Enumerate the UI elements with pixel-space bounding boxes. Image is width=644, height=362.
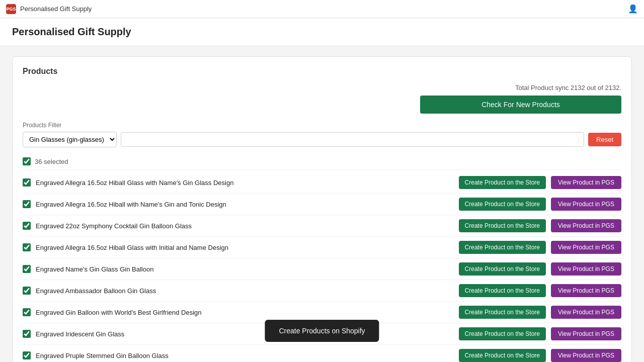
filter-row: Gin Glasses (gin-glasses) Reset: [23, 132, 621, 147]
product-name: Engraved Allegra 16.5oz Hiball with Name…: [36, 201, 454, 208]
product-name: Engraved Pruple Stemmed Gin Balloon Glas…: [36, 352, 454, 359]
product-checkbox[interactable]: [23, 200, 31, 208]
product-name: Engraved Allegra 16.5oz Hiball Glass wit…: [36, 179, 454, 187]
sync-row: Total Product sync 2132 out of 2132. Che…: [23, 84, 621, 114]
product-checkbox[interactable]: [23, 308, 31, 316]
view-product-button[interactable]: View Product in PGS: [551, 284, 621, 297]
main-content: Products Total Product sync 2132 out of …: [0, 46, 644, 362]
product-checkbox[interactable]: [23, 330, 31, 338]
product-row: Engraved Allegra 16.5oz Hiball with Name…: [23, 194, 621, 215]
title-bar: PGS Personalised Gift Supply 👤: [0, 0, 644, 18]
app-logo: PGS: [6, 4, 16, 14]
product-checkbox[interactable]: [23, 287, 31, 295]
product-row: Engraved Iridescent Gin GlassCreate Prod…: [23, 323, 621, 345]
product-checkbox[interactable]: [23, 243, 31, 251]
create-product-button[interactable]: Create Product on the Store: [459, 241, 546, 254]
view-product-button[interactable]: View Product in PGS: [551, 176, 621, 189]
app-name: Personalised Gift Supply: [20, 5, 92, 13]
view-product-button[interactable]: View Product in PGS: [551, 327, 621, 340]
product-row: Engraved Allegra 16.5oz Hiball Glass wit…: [23, 237, 621, 258]
create-product-button[interactable]: Create Product on the Store: [459, 176, 546, 189]
filter-input[interactable]: [121, 132, 584, 147]
product-name: Engraved Name's Gin Glass Gin Balloon: [36, 265, 454, 273]
product-row: Engraved Allegra 16.5oz Hiball Glass wit…: [23, 172, 621, 194]
create-product-button[interactable]: Create Product on the Store: [459, 198, 546, 211]
product-name: Engraved Allegra 16.5oz Hiball Glass wit…: [36, 244, 454, 251]
page-header: Personalised Gift Supply: [0, 18, 644, 46]
user-icon[interactable]: 👤: [628, 4, 638, 14]
view-product-button[interactable]: View Product in PGS: [551, 306, 621, 319]
product-checkbox[interactable]: [23, 265, 31, 273]
filter-section: Products Filter Gin Glasses (gin-glasses…: [23, 122, 621, 147]
check-new-products-button[interactable]: Check For New Products: [420, 96, 621, 114]
filter-label: Products Filter: [23, 122, 621, 129]
products-section-title: Products: [23, 67, 621, 76]
product-name: Engraved Gin Balloon with World's Best G…: [36, 309, 454, 316]
product-row: Engraved Pruple Stemmed Gin Balloon Glas…: [23, 345, 621, 362]
product-name: Engraved Ambassador Balloon Gin Glass: [36, 287, 454, 295]
view-product-button[interactable]: View Product in PGS: [551, 241, 621, 254]
create-product-button[interactable]: Create Product on the Store: [459, 219, 546, 232]
filter-select[interactable]: Gin Glasses (gin-glasses): [23, 132, 117, 147]
product-checkbox[interactable]: [23, 222, 31, 230]
product-row: Engraved Name's Gin Glass Gin BalloonCre…: [23, 258, 621, 280]
product-name: Engraved Iridescent Gin Glass: [36, 330, 454, 338]
create-product-button[interactable]: Create Product on the Store: [459, 262, 546, 276]
view-product-button[interactable]: View Product in PGS: [551, 262, 621, 276]
create-product-button[interactable]: Create Product on the Store: [459, 327, 546, 340]
product-row: Engraved 22oz Symphony Cocktail Gin Ball…: [23, 215, 621, 237]
products-card: Products Total Product sync 2132 out of …: [12, 56, 632, 362]
product-checkbox[interactable]: [23, 351, 31, 359]
select-all-row: 36 selected: [23, 153, 621, 170]
selected-count: 36 selected: [35, 158, 68, 165]
product-checkbox[interactable]: [23, 178, 31, 187]
select-all-checkbox[interactable]: [23, 157, 31, 165]
product-row: Engraved Ambassador Balloon Gin GlassCre…: [23, 280, 621, 302]
view-product-button[interactable]: View Product in PGS: [551, 349, 621, 362]
reset-button[interactable]: Reset: [588, 133, 621, 146]
page-title: Personalised Gift Supply: [12, 26, 632, 38]
create-product-button[interactable]: Create Product on the Store: [459, 284, 546, 297]
product-name: Engraved 22oz Symphony Cocktail Gin Ball…: [36, 222, 454, 230]
sync-text: Total Product sync 2132 out of 2132.: [515, 84, 621, 92]
view-product-button[interactable]: View Product in PGS: [551, 198, 621, 211]
product-list: Engraved Allegra 16.5oz Hiball Glass wit…: [23, 172, 621, 362]
product-row: Engraved Gin Balloon with World's Best G…: [23, 302, 621, 323]
create-product-button[interactable]: Create Product on the Store: [459, 306, 546, 319]
view-product-button[interactable]: View Product in PGS: [551, 219, 621, 232]
create-product-button[interactable]: Create Product on the Store: [459, 349, 546, 362]
